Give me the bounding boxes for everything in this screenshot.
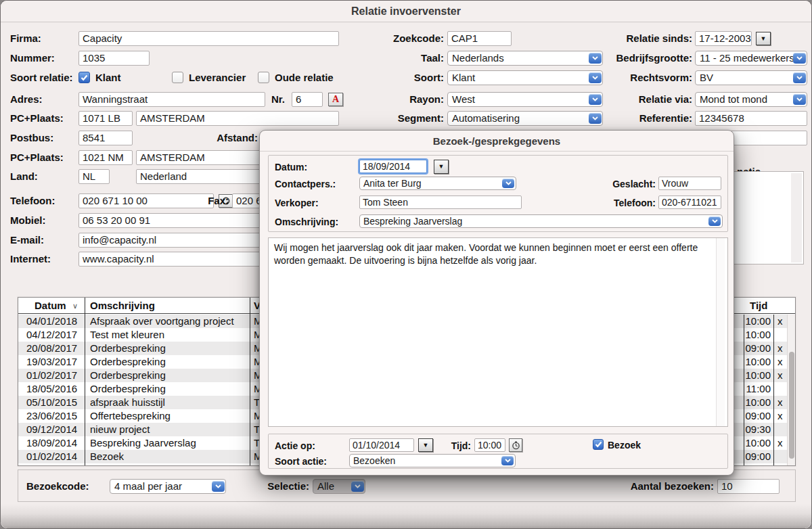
cell-datum: 01/02/2017 [26, 369, 77, 382]
cell-datum: 09/12/2014 [26, 423, 77, 436]
pc2-field[interactable]: 1021 NM [78, 150, 133, 165]
dialog-verkoper-label: Verkoper: [275, 196, 319, 210]
postbus-field[interactable]: 8541 [78, 131, 133, 145]
klant-checkbox[interactable] [78, 72, 90, 83]
dialog-actie-op-field[interactable]: 01/10/2014 [349, 438, 414, 452]
dialog-title: Bezoek-/gesprekgegevens [260, 131, 734, 152]
cell-flag: x [777, 396, 783, 409]
window-bottom-bevel [1, 504, 811, 528]
firma-field[interactable]: Capacity [78, 31, 339, 46]
oude-relatie-checkbox[interactable] [258, 72, 269, 83]
segment-dropdown[interactable]: Automatisering [447, 111, 603, 126]
aantal-bezoeken-field[interactable]: 10 [717, 479, 780, 494]
clock-button[interactable] [509, 438, 522, 452]
cell-omschrijving: Test met kleuren [90, 328, 164, 342]
cell-omschrijving: Orderbespreking [90, 382, 166, 396]
col-header-datum[interactable]: Datum [35, 298, 66, 314]
landcode-field[interactable]: NL [78, 169, 110, 184]
column-divider [85, 298, 85, 465]
zoekcode-label: Zoekcode: [376, 31, 444, 46]
nummer-label: Nummer: [10, 51, 55, 66]
cell-datum: 18/05/2016 [26, 382, 77, 396]
clock-icon [512, 441, 520, 450]
chevron-down-icon[interactable] [793, 94, 806, 105]
dialog-bezoek-checkbox[interactable] [593, 439, 604, 450]
segment-label: Segment: [369, 111, 444, 126]
chevron-down-icon[interactable] [708, 216, 721, 226]
chevron-down-icon[interactable] [502, 179, 514, 188]
extra-info-scrollbar[interactable] [791, 173, 802, 262]
nr-field[interactable]: 6 [292, 92, 323, 107]
referentie-field[interactable]: 12345678 [695, 111, 807, 126]
dialog-omschrijving-dropdown[interactable]: Bespreking Jaarverslag [359, 214, 723, 228]
cell-datum: 23/06/2015 [26, 409, 77, 423]
rayon-dropdown[interactable]: West [447, 92, 603, 107]
dialog-bezoek-label: Bezoek [608, 438, 641, 452]
rechtsvorm-label: Rechtsvorm: [596, 70, 692, 85]
cell-omschrijving: Orderbespreking [90, 342, 166, 355]
cell-flag: x [777, 436, 783, 450]
date-picker-button[interactable]: ▼ [756, 32, 771, 45]
relatie-via-dropdown[interactable]: Mond tot mond [695, 92, 807, 107]
bedrijfsgrootte-dropdown[interactable]: 11 - 25 medewerkers [695, 51, 807, 66]
soort-label: Soort: [376, 70, 444, 85]
chevron-down-icon[interactable] [212, 481, 225, 492]
referentie-label: Referentie: [596, 111, 692, 126]
table-scrollbar-thumb[interactable] [789, 352, 794, 459]
bezoek-dialog: Bezoek-/gesprekgegevens Datum: 18/09/201… [259, 130, 734, 476]
dialog-date-picker-button[interactable]: ▼ [434, 160, 449, 174]
column-divider [744, 315, 744, 465]
dialog-contactpers-dropdown[interactable]: Anita ter Burg [359, 177, 516, 190]
dialog-datum-field[interactable]: 18/09/2014 [359, 160, 427, 173]
dialog-tijd-label: Tijd: [444, 439, 471, 453]
cell-omschrijving: Bezoek [90, 450, 124, 463]
nummer-field[interactable]: 1035 [78, 51, 150, 66]
relatie-sinds-field[interactable]: 17-12-2003 [695, 31, 752, 46]
rayon-label: Rayon: [376, 92, 444, 107]
cell-datum: 20/08/2017 [26, 342, 77, 355]
table-scrollbar[interactable] [787, 315, 795, 465]
dialog-actie-date-picker-button[interactable]: ▼ [418, 438, 433, 452]
pc1-field[interactable]: 1071 LB [78, 111, 133, 126]
textarea-scrollbar[interactable] [716, 238, 725, 426]
chevron-down-icon[interactable] [351, 481, 364, 492]
cell-datum: 19/03/2017 [26, 355, 77, 369]
col-header-tijd[interactable]: Tijd [750, 298, 767, 314]
dialog-tijd-field[interactable]: 10:00 [474, 438, 505, 452]
chevron-down-icon[interactable] [793, 72, 806, 83]
cell-flag: x [777, 315, 783, 328]
sort-chevron-icon: ∨ [72, 298, 78, 314]
col-header-omschrijving[interactable]: Omschrijving [90, 298, 155, 314]
cell-omschrijving: Afspraak over voortgang project [90, 315, 234, 328]
dialog-telefoon-label: Telefoon: [595, 196, 656, 210]
cell-omschrijving: nieuw project [90, 423, 150, 436]
plaats1-field[interactable]: AMSTERDAM [136, 111, 339, 126]
land-label: Land: [10, 169, 38, 184]
rechtsvorm-dropdown[interactable]: BV [695, 70, 807, 85]
font-button[interactable]: A [328, 93, 343, 106]
cell-omschrijving: Orderbespreking [90, 369, 166, 382]
dialog-geslacht-field[interactable]: Vrouw [658, 177, 721, 190]
dialog-soort-actie-dropdown[interactable]: Bezoeken [349, 454, 516, 467]
fax-label: Fax: [206, 193, 229, 208]
cell-omschrijving: Orderbespreking [90, 355, 166, 369]
taal-dropdown[interactable]: Nederlands [447, 51, 603, 66]
chevron-down-icon[interactable] [501, 456, 514, 465]
leverancier-checkbox[interactable] [172, 72, 183, 83]
zoekcode-field[interactable]: CAP1 [447, 31, 512, 46]
telefoon-field[interactable]: 020 671 10 00 [78, 193, 214, 208]
cell-tijd: 09:00 [745, 409, 771, 423]
bezoekcode-dropdown[interactable]: 4 maal per jaar [110, 479, 226, 494]
dialog-telefoon-field[interactable]: 020-6711021 [658, 196, 721, 209]
dialog-soort-actie-label: Soort actie: [275, 455, 327, 468]
chevron-down-icon[interactable] [793, 53, 806, 64]
dialog-omschrijving-label: Omschrijving: [275, 215, 338, 229]
soort-dropdown[interactable]: Klant [447, 70, 603, 85]
adres-field[interactable]: Wanningstraat [78, 92, 265, 107]
cell-omschrijving: afspraak huisstijl [90, 396, 165, 409]
dialog-notitie-textarea[interactable]: Wij mogen het jaarverslag ook dit jaar m… [268, 237, 728, 427]
font-letter-icon: A [332, 94, 339, 105]
cell-datum: 04/01/2018 [26, 315, 77, 328]
dialog-verkoper-field[interactable]: Tom Steen [359, 196, 522, 209]
leverancier-checkbox-label: Leverancier [189, 70, 246, 85]
